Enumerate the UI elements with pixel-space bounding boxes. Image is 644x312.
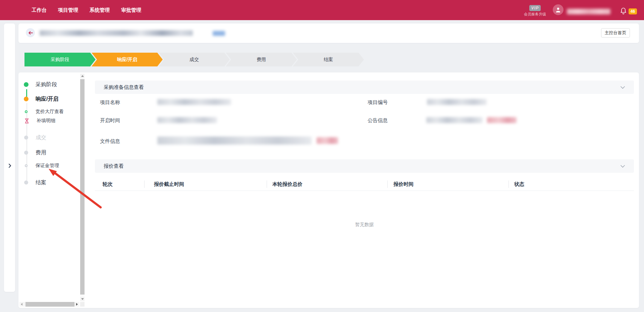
column-divider — [144, 180, 145, 188]
collapsed-panel-strip — [4, 23, 15, 292]
column-divider — [267, 180, 267, 188]
sidebar-item-response-open[interactable]: 响应/开启 — [24, 95, 58, 103]
back-button[interactable] — [26, 28, 35, 37]
column-header-round-total: 本轮报价总价 — [272, 181, 303, 188]
sidebar-item-label: 采购阶段 — [36, 81, 57, 88]
section-title: 采购准备信息查看 — [104, 84, 144, 91]
scroll-up-button[interactable] — [80, 74, 85, 78]
sidebar-item-label: 响应/开启 — [36, 96, 58, 103]
empty-state-text: 暂无数据 — [95, 222, 634, 228]
nav-item-workbench[interactable]: 工作台 — [32, 7, 47, 13]
stage-done-dot-icon — [24, 82, 29, 87]
sidebar-item-closing[interactable]: 结案 — [24, 178, 46, 187]
sidebar-item-deal[interactable]: 成交 — [24, 134, 46, 142]
column-divider — [508, 180, 509, 188]
field-label-project-name: 项目名称 — [100, 99, 120, 106]
project-number-value-redacted — [427, 99, 487, 105]
triangle-left-icon — [21, 303, 22, 306]
column-header-status: 状态 — [514, 181, 524, 188]
sidebar-item-procurement-stage[interactable]: 采购阶段 — [24, 81, 57, 89]
nav-item-project-mgmt[interactable]: 项目管理 — [58, 7, 78, 13]
column-header-quote-time: 报价时间 — [393, 181, 414, 188]
triangle-right-icon — [76, 303, 78, 306]
sidebar-item-label: 成交 — [36, 134, 46, 141]
chevron-down-icon[interactable] — [620, 86, 625, 89]
person-icon — [555, 7, 561, 13]
step-deal[interactable]: 成交 — [159, 53, 230, 66]
step-closing[interactable]: 结案 — [293, 53, 364, 66]
sidebar-item-fill-details[interactable]: 补填明细 — [24, 117, 55, 125]
console-home-button[interactable]: 主控台首页 — [601, 28, 630, 38]
table-header-border — [95, 191, 634, 191]
top-nav: 工作台 项目管理 系统管理 审批管理 VIP 会员服务升级 46 — [0, 0, 644, 20]
scroll-left-button[interactable] — [19, 302, 24, 307]
field-label-project-number: 项目编号 — [368, 99, 388, 106]
column-header-quote-deadline: 报价截止时间 — [154, 181, 184, 188]
hourglass-icon — [24, 118, 29, 123]
file-link-redacted[interactable] — [317, 137, 338, 144]
triangle-up-icon — [81, 75, 84, 77]
project-name-value-redacted — [157, 99, 231, 105]
sub-step-circle-icon — [25, 110, 28, 113]
section-title: 报价查看 — [104, 163, 124, 169]
scroll-right-button[interactable] — [75, 302, 79, 307]
sidebar-item-bidding-hall[interactable]: 竞价大厅查看 — [25, 108, 64, 116]
vip-upgrade-label: 会员服务升级 — [522, 12, 548, 17]
step-fees[interactable]: 费用 — [226, 53, 297, 66]
stage-pending-dot-icon — [24, 151, 28, 155]
field-label-file-info: 文件信息 — [100, 138, 120, 145]
stage-pending-dot-icon — [24, 136, 28, 140]
column-divider — [387, 180, 388, 188]
stage-active-dot-icon — [24, 97, 29, 101]
step-procurement-stage[interactable]: 采购阶段 — [24, 53, 96, 66]
horizontal-scrollbar-thumb[interactable] — [25, 302, 74, 307]
main-menu: 工作台 项目管理 系统管理 审批管理 — [32, 0, 141, 20]
sidebar-item-deposit-management[interactable]: 保证金管理 — [25, 162, 59, 170]
sidebar-item-fees[interactable]: 费用 — [24, 149, 46, 157]
nav-item-approval-mgmt[interactable]: 审批管理 — [121, 7, 141, 13]
vip-icon: VIP — [529, 5, 541, 11]
status-tag-redacted — [213, 31, 225, 36]
scrollbar-corner — [80, 302, 85, 307]
sidebar-item-label: 费用 — [36, 149, 46, 156]
sidebar-item-label: 补填明细 — [37, 118, 55, 124]
vertical-scrollbar-thumb[interactable] — [80, 79, 85, 295]
announcement-link-redacted[interactable] — [487, 117, 517, 123]
sidebar-item-label: 结案 — [36, 179, 46, 186]
sub-step-circle-icon — [25, 164, 28, 167]
triangle-down-icon — [81, 298, 84, 300]
column-header-round: 轮次 — [103, 181, 113, 188]
project-title-redacted — [40, 30, 193, 36]
stage-pending-dot-icon — [24, 180, 28, 185]
chevron-down-icon[interactable] — [620, 165, 625, 168]
sidebar-item-label: 保证金管理 — [36, 163, 59, 169]
user-avatar[interactable] — [553, 4, 564, 15]
arrow-left-icon — [28, 31, 33, 35]
vip-upgrade-link[interactable]: VIP 会员服务升级 — [522, 5, 548, 17]
section-header-prep-info[interactable]: 采购准备信息查看 — [95, 81, 634, 94]
notification-bell-icon[interactable] — [620, 7, 627, 16]
username-redacted — [567, 9, 610, 14]
step-response-open[interactable]: 响应/开启 — [92, 53, 163, 66]
stage-steps: 采购阶段 响应/开启 成交 费用 结案 — [24, 53, 364, 66]
main-content-card — [18, 72, 639, 308]
chevron-right-icon — [8, 163, 11, 168]
announcement-value-redacted — [426, 117, 483, 123]
section-header-quote-view[interactable]: 报价查看 — [95, 159, 634, 173]
open-time-value-redacted — [157, 117, 217, 123]
nav-item-system-mgmt[interactable]: 系统管理 — [90, 7, 110, 13]
field-label-announcement-info: 公告信息 — [368, 117, 388, 124]
notification-count-badge[interactable]: 46 — [629, 8, 637, 14]
scroll-down-button[interactable] — [80, 297, 85, 301]
field-label-open-time: 开启时间 — [100, 117, 120, 124]
file-info-value-redacted — [157, 137, 312, 145]
sidebar-item-label: 竞价大厅查看 — [36, 109, 64, 115]
panel-expand-button[interactable] — [7, 162, 13, 169]
